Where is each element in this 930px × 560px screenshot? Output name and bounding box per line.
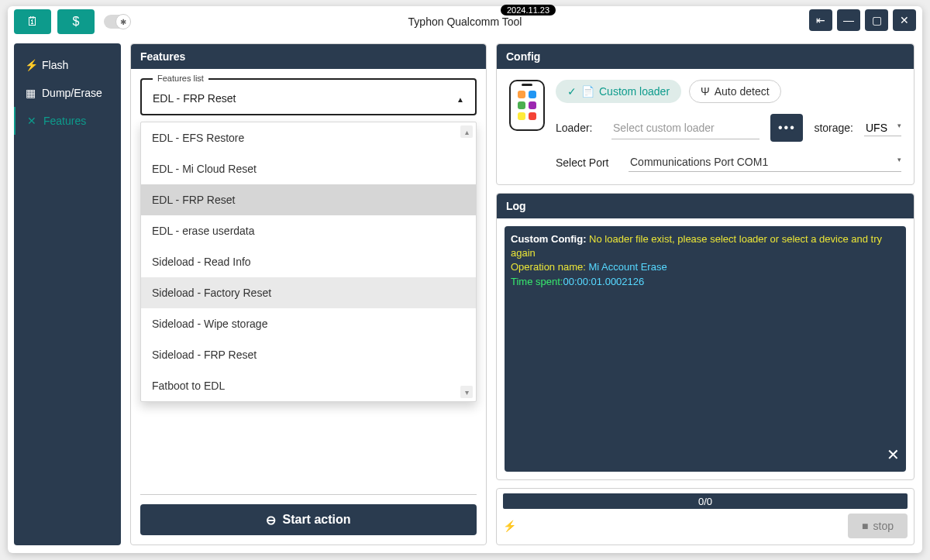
config-panel-title: Config [497, 44, 914, 69]
features-option[interactable]: Sideload - Read Info [141, 246, 476, 277]
start-action-label: Start action [282, 513, 350, 527]
features-select[interactable]: Features list EDL - FRP Reset ▲ [140, 78, 477, 115]
log-label: Custom Config: [511, 233, 586, 245]
scroll-down-icon[interactable]: ▾ [460, 386, 473, 398]
log-output: Custom Config: No loader file exist, ple… [505, 226, 906, 472]
dollar-icon: $ [73, 15, 80, 29]
status-bolt-icon: ⚡ [503, 520, 516, 532]
features-option[interactable]: Fatboot to EDL [141, 370, 476, 401]
features-select-legend: Features list [153, 74, 208, 83]
log-panel: Log Custom Config: No loader file exist,… [496, 193, 914, 480]
loader-label: Loader: [556, 122, 601, 134]
port-select[interactable]: Communications Port COM1 ▾ [629, 153, 901, 172]
storage-label: storage: [814, 122, 853, 134]
app-title: Typhon Qualcomm Tool [8, 15, 922, 28]
clear-log-button[interactable]: ✕ [887, 444, 900, 466]
square-icon: ▢ [872, 14, 882, 26]
sidebar-item-dump-erase[interactable]: ▦ Dump/Erase [14, 79, 121, 107]
start-action-button[interactable]: ⊖ Start action [140, 504, 477, 535]
scroll-up-icon[interactable]: ▴ [460, 125, 473, 138]
bolt-icon: ⚡ [25, 59, 36, 71]
app-window: 🗓 $ ✱ Typhon Qualcomm Tool 2024.11.23 ⇤ … [8, 6, 922, 553]
log-label: Operation name: [511, 261, 586, 273]
features-option[interactable]: Sideload - FRP Reset [141, 339, 476, 370]
chevron-down-icon: ▾ [897, 156, 901, 163]
close-button[interactable]: ✕ [893, 9, 916, 31]
grid-icon: ▦ [25, 87, 36, 99]
close-icon: ✕ [887, 446, 900, 463]
features-option[interactable]: EDL - erase userdata [141, 215, 476, 246]
version-badge: 2024.11.23 [501, 5, 556, 15]
log-panel-title: Log [497, 194, 914, 218]
log-value: Mi Account Erase [588, 261, 666, 273]
stop-button[interactable]: ■ stop [848, 514, 908, 538]
usb-icon: Ψ [701, 85, 710, 98]
sidebar-item-label: Features [43, 115, 86, 127]
features-select-value: EDL - FRP Reset ▲ [142, 84, 475, 114]
exit-icon: ⇤ [816, 14, 825, 26]
features-option[interactable]: EDL - EFS Restore [141, 122, 476, 153]
features-option[interactable]: EDL - Mi Cloud Reset [141, 153, 476, 184]
sun-icon: ✱ [120, 18, 126, 26]
start-icon: ⊖ [266, 513, 276, 527]
log-label: Time spent: [511, 276, 563, 287]
progress-bar: 0/0 [503, 493, 908, 509]
loader-input[interactable] [611, 117, 760, 139]
stop-label: stop [873, 520, 894, 532]
custom-loader-chip[interactable]: ✓ 📄 Custom loader [556, 80, 681, 103]
check-icon: ✓ [567, 85, 577, 98]
port-label: Select Port [556, 156, 618, 169]
sidebar-item-flash[interactable]: ⚡ Flash [14, 51, 121, 79]
features-output-box [140, 408, 477, 495]
tools-icon: ✕ [26, 115, 37, 127]
theme-toggle[interactable]: ✱ [104, 15, 130, 29]
features-dropdown: ▴ EDL - EFS Restore EDL - Mi Cloud Reset… [140, 122, 477, 402]
features-panel: Features Features list EDL - FRP Reset ▲… [130, 43, 487, 545]
calendar-icon: 🗓 [26, 15, 39, 29]
bottom-strip: 0/0 ⚡ ■ stop [496, 488, 914, 545]
progress-text: 0/0 [698, 496, 712, 507]
sidebar: ⚡ Flash ▦ Dump/Erase ✕ Features [14, 43, 121, 545]
log-value: 00:00:01.0002126 [563, 276, 644, 287]
maximize-button[interactable]: ▢ [865, 9, 888, 31]
minus-icon: — [843, 14, 854, 26]
auto-detect-chip[interactable]: Ψ Auto detect [689, 80, 781, 103]
chevron-down-icon: ▾ [897, 122, 901, 129]
titlebar: 🗓 $ ✱ Typhon Qualcomm Tool 2024.11.23 ⇤ … [8, 6, 922, 37]
device-icon [509, 80, 545, 131]
features-option[interactable]: Sideload - Factory Reset [141, 277, 476, 308]
stop-icon: ■ [862, 520, 868, 532]
chevron-up-icon: ▲ [456, 95, 464, 104]
sidebar-item-features[interactable]: ✕ Features [14, 107, 121, 135]
minimize-button[interactable]: — [837, 9, 860, 31]
storage-select[interactable]: UFS ▾ [864, 120, 901, 136]
features-option[interactable]: Sideload - Wipe storage [141, 308, 476, 339]
sidebar-item-label: Dump/Erase [42, 87, 102, 99]
features-option[interactable]: EDL - FRP Reset [141, 184, 476, 215]
features-panel-title: Features [131, 44, 486, 69]
config-panel: Config ✓ 📄 Custom loader [496, 43, 914, 185]
file-icon: 📄 [581, 85, 594, 98]
x-icon: ✕ [900, 14, 909, 26]
browse-loader-button[interactable]: ••• [770, 114, 803, 142]
sidebar-item-label: Flash [42, 59, 68, 71]
pricing-button[interactable]: $ [57, 9, 95, 34]
logout-button[interactable]: ⇤ [809, 9, 832, 31]
calendar-button[interactable]: 🗓 [14, 9, 51, 34]
ellipsis-icon: ••• [778, 121, 796, 134]
